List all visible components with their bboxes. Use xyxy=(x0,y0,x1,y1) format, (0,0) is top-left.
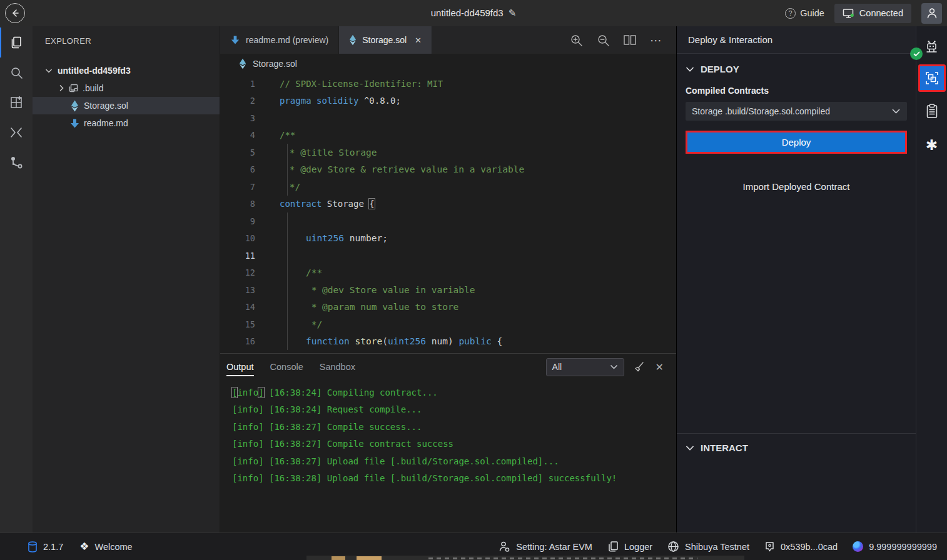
line-number: 11 xyxy=(220,251,265,261)
monitor-icon xyxy=(843,8,854,19)
code-line[interactable]: 6 * @dev Store & retrieve value in a var… xyxy=(220,161,676,179)
deploy-button[interactable]: Deploy xyxy=(687,132,905,152)
connected-button[interactable]: Connected xyxy=(834,4,911,23)
split-editor-icon[interactable] xyxy=(624,34,636,46)
log-filter-select[interactable]: All xyxy=(546,358,624,376)
code-line[interactable]: 7 */ xyxy=(220,178,676,196)
workspace-title: untitled-dd459fd3 xyxy=(431,8,504,18)
copy-icon xyxy=(607,541,619,552)
code-line[interactable]: 3 xyxy=(220,109,676,127)
tab-output[interactable]: Output xyxy=(226,354,254,380)
chevron-right-icon xyxy=(56,84,66,92)
tab-readme-md[interactable]: readme.md (preview) xyxy=(220,26,339,54)
zoom-out-icon[interactable] xyxy=(597,34,610,47)
address-item[interactable]: 0x539b...0cad xyxy=(764,541,838,553)
line-content: function store(uint256 num) public { xyxy=(270,333,676,351)
chevron-down-icon xyxy=(686,445,694,451)
background-window-peek xyxy=(306,556,744,560)
panel-item-ai-chat[interactable]: ✱ xyxy=(916,131,947,159)
sidebar-item-search[interactable] xyxy=(0,58,33,88)
panel-item-deploy[interactable] xyxy=(918,64,946,92)
avatar[interactable] xyxy=(921,3,942,24)
line-content: contract Storage { xyxy=(265,196,676,213)
code-line[interactable]: 1// SPDX-License-Identifier: MIT xyxy=(220,75,676,92)
address-label: 0x539b...0cad xyxy=(781,542,838,552)
panel-item-clipboard[interactable] xyxy=(916,97,947,126)
network-item[interactable]: Shibuya Testnet xyxy=(667,541,749,552)
tree-item-label: Storage.sol xyxy=(84,101,128,111)
edit-pencil-icon[interactable]: ✎ xyxy=(509,8,517,18)
ethereum-icon xyxy=(349,34,357,46)
tree-item-readme-md[interactable]: readme.md xyxy=(33,114,220,132)
line-number: 13 xyxy=(220,285,265,295)
code-line[interactable]: 11 xyxy=(220,247,676,264)
code-line[interactable]: 8contract Storage { xyxy=(220,196,676,213)
sidebar-item-extensions[interactable] xyxy=(0,88,33,118)
welcome-button[interactable]: ❖ Welcome xyxy=(79,540,132,553)
code-line[interactable]: 9 xyxy=(220,212,676,230)
avatar-icon xyxy=(926,7,938,19)
help-icon: ? xyxy=(785,8,796,19)
balance-item[interactable]: 9.999999999999 xyxy=(853,541,937,552)
extensions-icon xyxy=(9,95,24,110)
deploy-section-label: DEPLOY xyxy=(701,64,739,74)
broom-icon[interactable] xyxy=(634,361,646,373)
markdown-icon xyxy=(68,118,81,129)
setting-item[interactable]: Setting: Astar EVM xyxy=(499,541,592,552)
guide-button[interactable]: ? Guide xyxy=(785,8,824,19)
zoom-in-icon[interactable] xyxy=(570,34,583,47)
more-icon[interactable]: ⋯ xyxy=(650,33,662,48)
line-number: 7 xyxy=(220,182,265,192)
close-icon[interactable]: ✕ xyxy=(415,36,422,45)
sidebar-item-explorer[interactable] xyxy=(0,28,33,58)
version-indicator[interactable]: 2.1.7 xyxy=(28,541,63,553)
tab-sandbox[interactable]: Sandbox xyxy=(320,354,355,380)
code-line[interactable]: 12 /** xyxy=(220,264,676,282)
breadcrumb[interactable]: Storage.sol xyxy=(220,54,676,74)
database-icon xyxy=(28,541,38,553)
code-line[interactable]: 4/** xyxy=(220,127,676,144)
tree-root[interactable]: untitled-dd459fd3 xyxy=(33,62,220,79)
tree-item-build[interactable]: .build xyxy=(33,79,220,97)
tab-console[interactable]: Console xyxy=(270,354,303,380)
compiled-contracts-select[interactable]: Storage .build/Storage.sol.compiled xyxy=(686,102,907,121)
line-number: 15 xyxy=(220,319,265,329)
code-lines[interactable]: 1// SPDX-License-Identifier: MIT2pragma … xyxy=(220,74,676,353)
tree-item-label: readme.md xyxy=(84,118,128,128)
close-icon[interactable]: ✕ xyxy=(656,361,664,373)
network-label: Shibuya Testnet xyxy=(685,542,749,552)
code-line[interactable]: 15 */ xyxy=(220,316,676,333)
sidebar-item-collapse[interactable] xyxy=(0,118,33,148)
version-label: 2.1.7 xyxy=(43,542,63,552)
line-content: * @title Storage xyxy=(270,144,676,161)
tree-item-storage-sol[interactable]: Storage.sol xyxy=(33,97,220,114)
file-tree: untitled-dd459fd3 .build Storage.sol xyxy=(33,62,220,132)
tab-storage-sol[interactable]: Storage.sol ✕ xyxy=(339,26,432,54)
sidebar-item-git[interactable] xyxy=(0,148,33,178)
explorer-header: EXPLORER xyxy=(33,26,220,46)
chevron-down-icon xyxy=(686,66,694,72)
code-line[interactable]: 2pragma solidity ^0.8.0; xyxy=(220,92,676,110)
balance-label: 9.999999999999 xyxy=(869,542,937,552)
deploy-section-header[interactable]: DEPLOY xyxy=(686,64,907,74)
log-line: [info] [16:38:28] Upload file [.build/St… xyxy=(232,470,676,488)
editor-area: readme.md (preview) Storage.sol ✕ xyxy=(220,26,676,532)
line-content: /** xyxy=(265,127,676,144)
back-button[interactable] xyxy=(5,3,25,23)
interact-section-header[interactable]: INTERACT xyxy=(686,434,907,453)
line-content xyxy=(270,247,676,264)
line-number: 3 xyxy=(220,113,265,123)
code-line[interactable]: 5 * @title Storage xyxy=(220,144,676,161)
robot-icon xyxy=(923,39,940,56)
gem-icon: ❖ xyxy=(79,540,89,553)
line-number: 14 xyxy=(220,302,265,312)
import-deployed-contract-link[interactable]: Import Deployed Contract xyxy=(686,181,907,192)
code-line[interactable]: 10 uint256 number; xyxy=(220,230,676,248)
code-line[interactable]: 16 function store(uint256 num) public { xyxy=(220,333,676,351)
search-icon xyxy=(9,66,24,80)
code-line[interactable]: 14 * @param num value to store xyxy=(220,299,676,316)
code-line[interactable]: 13 * @dev Store value in variable xyxy=(220,281,676,299)
panel-title: Deploy & Interaction xyxy=(677,26,916,54)
line-number: 12 xyxy=(220,268,265,278)
logger-item[interactable]: Logger xyxy=(607,541,652,552)
